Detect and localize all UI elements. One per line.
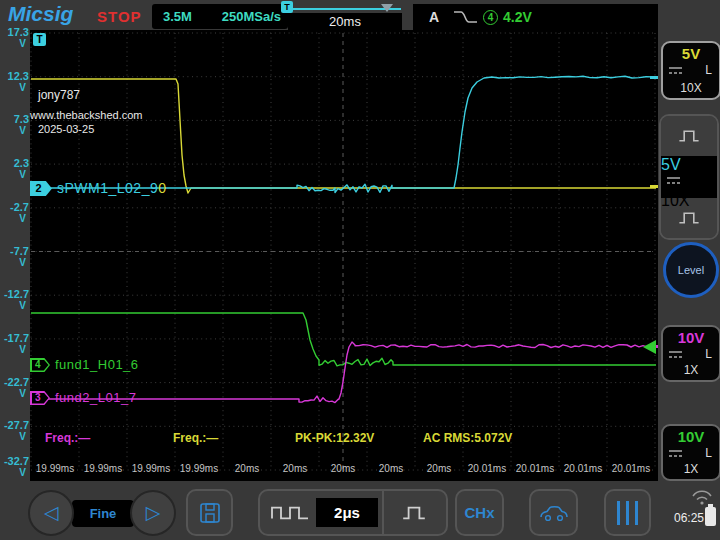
voltage-axis-label: 7.3V [0,114,29,136]
trigger-position-flag[interactable]: T [281,1,293,13]
ch4-badge-number: 4 [30,358,46,372]
group-divider [382,491,384,534]
bar-icon [617,501,620,525]
ch2-zero-badge[interactable]: 2 [30,181,52,196]
ch4-dc-coupling-icon [669,449,682,458]
memory-depth: 3.5M [163,9,192,24]
time-axis-label: 19.99ms [31,463,79,474]
site-annotation: www.thebackshed.com [30,109,143,121]
chx-label: CHx [464,504,494,521]
ch1-mode: L [705,63,712,77]
floppy-disk-icon [198,501,222,525]
ch4-scale-button[interactable]: 10V L 1X [661,424,720,481]
time-axis-label: 19.99ms [175,463,223,474]
ch3-scale-value: 10V [663,329,719,346]
ch3-label[interactable]: fund2_L01_7 [55,390,136,405]
ch2-attenuation: 10X [661,192,717,210]
step-left-button[interactable]: ◁ [28,490,74,536]
left-arrow-icon: ◁ [44,502,59,523]
clock: 06:25 [674,511,702,525]
ch2-label[interactable]: sPWM1_L02_90 [57,180,167,196]
pulse-up-icon [677,128,701,144]
measurement-readout: AC RMS:5.072V [423,431,512,445]
pulse-train-icon[interactable] [268,504,312,522]
ch2-level-dash [650,76,658,79]
trigger-level-readout: 4.2V [503,9,532,25]
time-axis-label: 20.01ms [607,463,655,474]
ch4-label[interactable]: fund1_H01_6 [55,357,139,372]
ch2-scale-group: 5V L 10X [659,114,719,240]
ch3-mode: L [705,347,712,361]
acquisition-info-box[interactable]: 3.5M 250MSa/s [152,4,288,29]
falling-edge-icon [453,10,479,24]
ch4-level-arrow[interactable] [643,340,656,354]
ch3-scale-button[interactable]: 10V L 1X [661,325,720,382]
ch4-zero-badge[interactable]: 4 [30,358,50,372]
voltage-axis-label: -12.7V [0,289,29,311]
ch2-scale-up-button[interactable] [661,116,717,156]
trace-ch1 [31,79,656,193]
ch2-scale-button[interactable]: 5V L 10X [661,156,717,198]
trigger-position-marker-icon[interactable] [381,4,393,12]
ch2-dc-coupling-icon [667,176,680,185]
time-axis-label: 20ms [367,463,415,474]
pulse-down-icon [677,210,701,226]
voltage-axis-label: -7.7V [0,246,29,268]
trigger-level-button[interactable]: Level [663,242,719,298]
time-axis-label: 20ms [271,463,319,474]
trace-ch2 [31,76,656,192]
chx-button[interactable]: CHx [455,489,504,536]
time-axis-label: 19.99ms [127,463,175,474]
measurement-readout: Freq.:— [173,431,218,445]
voltage-axis-label: -2.7V [0,202,29,224]
time-axis-label: 20ms [223,463,271,474]
trigger-info-box[interactable]: A 4 4.2V [413,4,658,30]
voltage-axis-label: -32.7V [0,456,29,478]
date-annotation: 2025-03-25 [38,123,94,135]
car-icon [539,503,569,523]
trigger-source: A [429,9,439,25]
fine-adjust-button[interactable]: Fine [72,500,134,527]
three-bars-button[interactable] [604,489,651,536]
sample-rate: 250MSa/s [222,9,281,24]
measurement-readout: Freq.:— [45,431,90,445]
ch1-scale-button[interactable]: 5V L 10X [661,41,720,100]
time-axis-label: 20ms [319,463,367,474]
ch3-zero-badge[interactable]: 3 [30,391,50,405]
ch1-dc-coupling-icon [669,66,682,75]
ch3-attenuation: 1X [663,363,719,377]
bar-icon [635,501,638,525]
ch3-badge-number: 3 [30,391,46,405]
right-arrow-icon: ▷ [146,502,161,523]
time-axis-label: 20.01ms [463,463,511,474]
save-button[interactable] [186,489,233,536]
zoom-timebase-readout[interactable]: 2μs [316,498,378,527]
ch4-scale-value: 10V [663,428,719,445]
ch4-mode: L [705,446,712,460]
user-annotation: jony787 [38,88,80,102]
voltage-axis-label: -22.7V [0,377,29,399]
time-axis-label: 19.99ms [79,463,127,474]
voltage-axis-label: 12.3V [0,71,29,93]
timebase-readout[interactable]: 20ms [288,13,402,30]
acquisition-status[interactable]: STOP [97,8,142,25]
trigger-corner-flag[interactable]: T [33,33,46,46]
measurement-readout: PK-PK:12.32V [295,431,374,445]
ch4-attenuation: 1X [663,462,719,476]
ch2-label-text: sPWM1_L02_9 [57,180,158,196]
oscilloscope-screen: Micsig STOP 3.5M 250MSa/s T 20ms A 4 4.2… [0,0,720,540]
single-pulse-icon[interactable] [400,504,428,522]
ch1-level-dash [650,185,658,188]
trigger-channel-badge: 4 [483,10,498,25]
voltage-axis-label: 2.3V [0,158,29,180]
ch2-scale-value: 5V [661,156,717,174]
battery-icon [705,507,716,526]
ch1-scale-value: 5V [663,45,719,62]
waveform-svg [30,30,658,481]
time-axis-label: 20ms [415,463,463,474]
zoom-timebase-group: 2μs [258,489,448,536]
bar-icon [626,501,629,525]
automotive-button[interactable] [529,489,578,536]
time-axis-label: 20.01ms [559,463,607,474]
step-right-button[interactable]: ▷ [130,490,176,536]
